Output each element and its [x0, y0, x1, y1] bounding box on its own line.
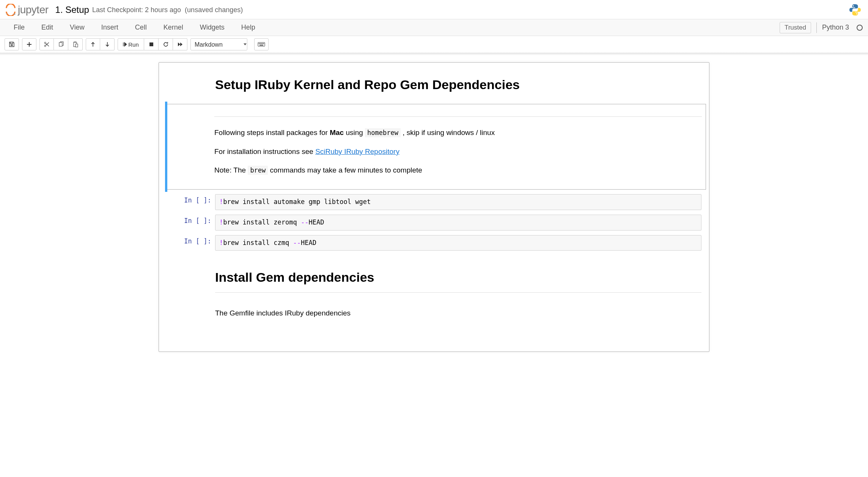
run-button[interactable]: Run: [118, 38, 144, 50]
markdown-paragraph: Note: The brew commands may take a few m…: [214, 165, 702, 176]
stop-icon: [149, 42, 154, 47]
svg-rect-13: [259, 43, 259, 44]
add-cell-button[interactable]: [22, 38, 36, 50]
markdown-cell[interactable]: Install Gem dependencies: [159, 253, 709, 305]
run-icon: [123, 42, 127, 47]
unsaved-indicator: (unsaved changes): [185, 6, 243, 14]
code-cell[interactable]: In [ ]: !brew install zeromq --HEAD: [159, 212, 709, 233]
copy-icon: [58, 41, 64, 47]
restart-run-all-button[interactable]: [173, 38, 187, 50]
svg-point-1: [14, 13, 15, 15]
plus-icon: [27, 42, 32, 47]
python-icon: [848, 3, 862, 17]
celltype-select[interactable]: Markdown: [190, 38, 247, 50]
save-icon: [9, 41, 15, 47]
paste-button[interactable]: [68, 38, 83, 50]
separator: [816, 22, 817, 33]
markdown-cell[interactable]: The Gemfile includes IRuby dependencies: [159, 306, 709, 329]
input-prompt: In [ ]:: [159, 194, 215, 210]
svg-point-5: [44, 42, 46, 44]
kernel-status-icon: [857, 25, 863, 31]
notebook-inner: Setup IRuby Kernel and Repo Gem Dependen…: [159, 62, 709, 352]
scissors-icon: [44, 41, 50, 47]
prompt: [159, 308, 215, 327]
prompt: [159, 68, 215, 99]
svg-point-4: [856, 13, 857, 14]
interrupt-button[interactable]: [144, 38, 159, 50]
toolbar: Run Markdown: [0, 36, 868, 53]
svg-rect-17: [263, 43, 264, 44]
svg-point-3: [853, 5, 854, 6]
svg-rect-9: [74, 42, 76, 42]
menubar: File Edit View Insert Cell Kernel Widget…: [0, 19, 868, 36]
jupyter-logo[interactable]: jupyter: [5, 4, 49, 16]
markdown-cell[interactable]: Setup IRuby Kernel and Repo Gem Dependen…: [159, 66, 709, 102]
menu-help[interactable]: Help: [233, 20, 264, 35]
command-palette-button[interactable]: [254, 38, 269, 50]
arrow-up-icon: [91, 42, 95, 47]
svg-rect-14: [260, 43, 261, 44]
menu-insert[interactable]: Insert: [93, 20, 127, 35]
markdown-cell-selected[interactable]: Following steps install packages for Mac…: [159, 102, 709, 192]
markdown-heading: Setup IRuby Kernel and Repo Gem Dependen…: [215, 75, 701, 94]
code-input[interactable]: !brew install zeromq --HEAD: [215, 215, 701, 231]
paste-icon: [72, 41, 79, 47]
notebook-name[interactable]: 1. Setup: [55, 5, 89, 15]
kernel-name[interactable]: Python 3: [822, 24, 849, 31]
keyboard-icon: [258, 42, 265, 47]
svg-rect-12: [258, 42, 265, 46]
markdown-heading: Install Gem dependencies: [215, 268, 701, 287]
svg-rect-15: [261, 43, 262, 44]
restart-icon: [163, 41, 169, 47]
jupyter-icon: [5, 4, 17, 16]
input-prompt: In [ ]:: [159, 235, 215, 251]
svg-point-2: [6, 13, 7, 14]
divider: [215, 292, 701, 293]
run-label: Run: [128, 41, 139, 48]
code-input[interactable]: !brew install czmq --HEAD: [215, 235, 701, 251]
menu-kernel[interactable]: Kernel: [155, 20, 192, 35]
input-prompt: In [ ]:: [159, 215, 215, 231]
move-up-button[interactable]: [86, 38, 100, 50]
cut-button[interactable]: [39, 38, 54, 50]
code-cell[interactable]: In [ ]: !brew install czmq --HEAD: [159, 233, 709, 253]
menu-widgets[interactable]: Widgets: [192, 20, 233, 35]
arrow-down-icon: [105, 42, 110, 47]
svg-rect-7: [59, 42, 62, 46]
move-down-button[interactable]: [100, 38, 115, 50]
save-button[interactable]: [5, 38, 19, 50]
menu-file[interactable]: File: [5, 20, 33, 35]
code-cell[interactable]: In [ ]: !brew install automake gmp libto…: [159, 192, 709, 212]
restart-button[interactable]: [159, 38, 173, 50]
fast-forward-icon: [178, 42, 183, 47]
checkpoint-text: Last Checkpoint: 2 hours ago: [92, 6, 181, 14]
svg-rect-16: [262, 43, 263, 44]
svg-rect-11: [149, 42, 153, 46]
trusted-button[interactable]: Trusted: [780, 22, 811, 33]
notebook-header: jupyter 1. Setup Last Checkpoint: 2 hour…: [0, 0, 868, 19]
menu-view[interactable]: View: [61, 20, 93, 35]
sciruby-link[interactable]: SciRuby IRuby Repository: [315, 147, 399, 155]
markdown-paragraph: For installation instructions see SciRub…: [214, 146, 702, 157]
markdown-paragraph: Following steps install packages for Mac…: [214, 127, 702, 138]
code-input[interactable]: !brew install automake gmp libtool wget: [215, 194, 701, 210]
svg-rect-10: [75, 44, 78, 47]
notebook-area[interactable]: Setup IRuby Kernel and Repo Gem Dependen…: [0, 55, 868, 367]
svg-point-6: [44, 45, 46, 47]
copy-button[interactable]: [54, 38, 68, 50]
jupyter-logo-text: jupyter: [18, 4, 49, 16]
svg-rect-18: [259, 45, 263, 46]
divider: [214, 116, 702, 117]
markdown-paragraph: The Gemfile includes IRuby dependencies: [215, 308, 701, 319]
prompt: [159, 255, 215, 303]
menu-edit[interactable]: Edit: [33, 20, 61, 35]
menu-cell[interactable]: Cell: [127, 20, 155, 35]
